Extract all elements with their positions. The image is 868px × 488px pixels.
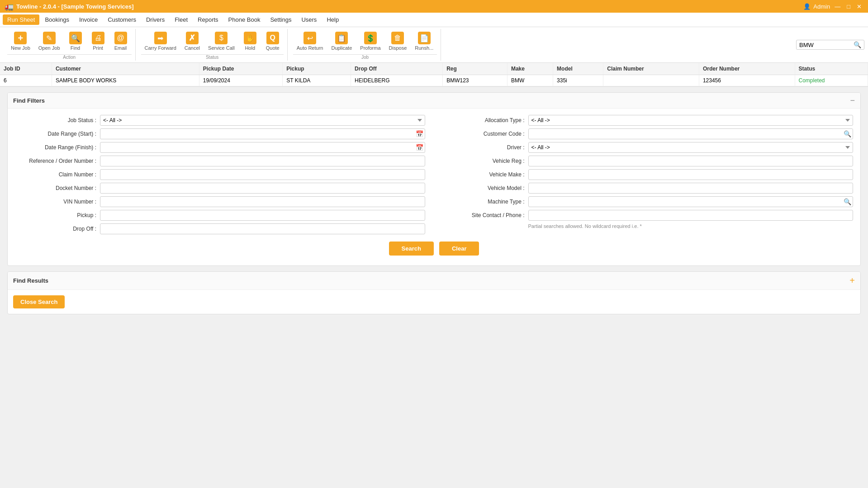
find-icon: 🔍 — [69, 32, 82, 44]
col-order-number[interactable]: Order Number — [699, 63, 795, 75]
date-range-finish-calendar-icon[interactable]: 📅 — [416, 144, 423, 151]
hold-button[interactable]: ✋ Hold — [239, 30, 261, 52]
toolbar-group-action: + New Job ✎ Open Job 🔍 Find 🖨 Print @ Em… — [4, 29, 136, 61]
vehicle-reg-input[interactable] — [528, 156, 854, 166]
customer-code-search-icon[interactable]: 🔍 — [844, 130, 851, 137]
cell-reg: BMW123 — [443, 75, 508, 86]
title-bar: 🚛 Towline - 2.0.4 - [Sample Towing Servi… — [0, 0, 868, 13]
claim-number-input[interactable] — [100, 169, 425, 180]
window-maximize[interactable]: □ — [845, 3, 852, 10]
pickup-input[interactable] — [100, 210, 425, 221]
find-button[interactable]: 🔍 Find — [65, 30, 86, 52]
machine-type-search-icon[interactable]: 🔍 — [844, 198, 851, 205]
carry-forward-button[interactable]: ➡ Carry Forward — [141, 30, 180, 52]
drop-off-input[interactable] — [100, 223, 425, 234]
quote-icon: Q — [266, 32, 279, 44]
cell-model: 335i — [553, 75, 603, 86]
col-make[interactable]: Make — [507, 63, 553, 75]
job-status-select[interactable]: <- All -> — [100, 115, 425, 126]
job-status-label: Job Status : — [15, 117, 96, 123]
site-contact-row: Site Contact / Phone : — [443, 210, 854, 221]
col-pickup-date[interactable]: Pickup Date — [199, 63, 282, 75]
docket-number-input[interactable] — [100, 183, 425, 194]
site-contact-label: Site Contact / Phone : — [443, 212, 525, 218]
menu-item-invoice[interactable]: Invoice — [75, 14, 102, 25]
vin-number-label: VIN Number : — [15, 199, 96, 205]
date-range-start-input[interactable] — [100, 128, 425, 139]
col-claim-number[interactable]: Claim Number — [603, 63, 699, 75]
cell-drop-off: HEIDELBERG — [351, 75, 443, 86]
duplicate-icon: 📋 — [335, 32, 348, 44]
open-job-button[interactable]: ✎ Open Job — [35, 30, 64, 52]
customer-code-input[interactable] — [528, 128, 854, 139]
menu-item-run-sheet[interactable]: Run Sheet — [3, 14, 39, 25]
allocation-type-select[interactable]: <- All -> — [528, 115, 854, 126]
menu-item-bookings[interactable]: Bookings — [40, 14, 73, 25]
menu-item-customers[interactable]: Customers — [103, 14, 141, 25]
find-filters-toggle[interactable]: − — [850, 96, 855, 104]
menu-item-help[interactable]: Help — [322, 14, 343, 25]
quote-button[interactable]: Q Quote — [262, 30, 284, 52]
open-job-label: Open Job — [38, 45, 60, 51]
window-close[interactable]: ✕ — [855, 3, 863, 10]
col-model[interactable]: Model — [553, 63, 603, 75]
vehicle-make-input[interactable] — [528, 169, 854, 180]
col-status[interactable]: Status — [795, 63, 868, 75]
new-job-button[interactable]: + New Job — [7, 30, 34, 52]
drop-off-label: Drop Off : — [15, 226, 96, 232]
runsheet-button[interactable]: 📄 Runsh... — [411, 30, 437, 52]
print-button[interactable]: 🖨 Print — [87, 30, 109, 52]
machine-type-input[interactable] — [528, 196, 854, 207]
close-search-button[interactable]: Close Search — [13, 295, 65, 308]
dispose-button[interactable]: 🗑 Dispose — [385, 30, 411, 52]
date-range-finish-input[interactable] — [100, 142, 425, 153]
date-range-finish-container: 📅 — [100, 142, 425, 153]
vin-number-row: VIN Number : — [15, 196, 425, 207]
dispose-label: Dispose — [389, 45, 407, 51]
cell-claim-number — [603, 75, 699, 86]
site-contact-input[interactable] — [528, 210, 854, 221]
cell-customer: SAMPLE BODY WORKS — [52, 75, 199, 86]
col-job-id[interactable]: Job ID — [0, 63, 52, 75]
new-job-icon: + — [14, 32, 27, 44]
window-minimize[interactable]: — — [833, 3, 842, 10]
vehicle-model-label: Vehicle Model : — [443, 185, 525, 191]
search-button[interactable]: Search — [389, 242, 434, 256]
top-search-input[interactable] — [799, 42, 854, 48]
find-filters-left: Job Status : <- All -> Date Range (Start… — [15, 115, 425, 234]
vin-number-input[interactable] — [100, 196, 425, 207]
top-search-icon[interactable]: 🔍 — [854, 41, 861, 48]
find-results-expand-icon[interactable]: + — [849, 275, 855, 286]
cancel-button[interactable]: ✗ Cancel — [181, 30, 204, 52]
menu-item-fleet[interactable]: Fleet — [170, 14, 192, 25]
driver-select[interactable]: <- All -> — [528, 142, 854, 153]
duplicate-button[interactable]: 📋 Duplicate — [327, 30, 356, 52]
proforma-button[interactable]: 💲 Proforma — [356, 30, 384, 52]
date-range-start-calendar-icon[interactable]: 📅 — [416, 130, 423, 137]
vehicle-model-input[interactable] — [528, 183, 854, 194]
find-results-panel: Find Results + Close Search — [7, 271, 861, 314]
col-pickup[interactable]: Pickup — [283, 63, 351, 75]
email-button[interactable]: @ Email — [110, 30, 132, 52]
reference-order-row: Reference / Order Number : — [15, 156, 425, 166]
menu-item-reports[interactable]: Reports — [193, 14, 223, 25]
menu-item-users[interactable]: Users — [297, 14, 321, 25]
table-row[interactable]: 6 SAMPLE BODY WORKS 19/09/2024 ST KILDA … — [0, 75, 868, 86]
service-call-button[interactable]: $ Service Call — [204, 30, 238, 52]
action-buttons: Search Clear — [15, 234, 853, 259]
reference-order-input[interactable] — [100, 156, 425, 166]
clear-button[interactable]: Clear — [439, 242, 479, 256]
col-customer[interactable]: Customer — [52, 63, 199, 75]
menu-item-settings[interactable]: Settings — [266, 14, 296, 25]
vehicle-make-label: Vehicle Make : — [443, 171, 525, 178]
col-drop-off[interactable]: Drop Off — [351, 63, 443, 75]
user-icon: 👤 — [803, 3, 811, 10]
auto-return-button[interactable]: ↩ Auto Return — [293, 30, 327, 52]
find-label: Find — [71, 45, 80, 51]
carry-forward-label: Carry Forward — [145, 45, 176, 51]
claim-number-row: Claim Number : — [15, 169, 425, 180]
menu-item-drivers[interactable]: Drivers — [142, 14, 169, 25]
find-filters-body: Job Status : <- All -> Date Range (Start… — [8, 109, 860, 265]
menu-item-phone-book[interactable]: Phone Book — [224, 14, 265, 25]
col-reg[interactable]: Reg — [443, 63, 508, 75]
